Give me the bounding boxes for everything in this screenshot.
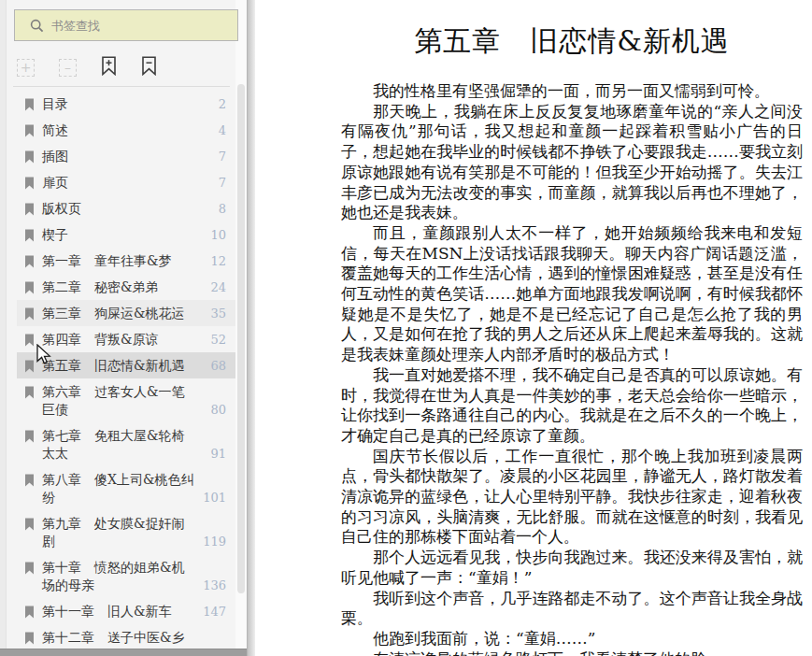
toc-item-page: 7	[194, 175, 226, 192]
toc-item[interactable]: 第二章 秘密&弟弟24	[17, 274, 235, 300]
toc-item[interactable]: 第五章 旧恋情&新机遇68	[17, 352, 235, 378]
toc-item-page: 101	[194, 490, 226, 506]
toc-item[interactable]: 楔子10	[17, 221, 235, 248]
paragraph: 我的性格里有坚强倔犟的一面，而另一面又懦弱到可怜。	[341, 81, 803, 102]
sidebar-horizontal-scrollbar[interactable]	[0, 649, 247, 656]
bookmark-icon	[24, 360, 35, 373]
toc-item[interactable]: 第八章 傻X上司&桃色纠纷101	[17, 466, 235, 510]
toc-item[interactable]: 第三章 狗屎运&桃花运35	[17, 300, 235, 326]
remove-bookmark-icon	[141, 56, 157, 78]
bookmark-icon	[24, 606, 35, 619]
add-bookmark-button[interactable]	[101, 56, 117, 78]
bookmark-icon	[24, 98, 35, 111]
expand-all-button[interactable]: +	[17, 59, 35, 77]
toc-item[interactable]: 第一章 童年往事&梦12	[17, 248, 235, 274]
toc-list: 目录2简述4插图7扉页7版权页8楔子10第一章 童年往事&梦12第二章 秘密&弟…	[17, 91, 235, 647]
toc-item[interactable]: 第四章 背叛&原谅52	[17, 326, 235, 352]
search-icon	[30, 19, 44, 33]
toc-item[interactable]: 插图7	[17, 143, 235, 169]
toc-item-label: 插图	[42, 148, 194, 165]
remove-bookmark-button[interactable]	[141, 56, 157, 78]
bookmark-icon	[24, 386, 35, 399]
bookmark-search[interactable]	[14, 9, 238, 41]
toc-item-label: 第十一章 旧人&新车	[42, 603, 194, 620]
toc-item[interactable]: 第十一章 旧人&新车147	[17, 598, 235, 624]
toc-item-page: 2	[194, 96, 226, 113]
bookmark-icon	[24, 177, 35, 190]
bookmark-icon	[24, 474, 35, 487]
paragraph: 而且，童颜跟别人太不一样了，她开始频频给我来电和发短信，每天在MSN上没话找话跟…	[341, 223, 803, 365]
toc-item-page: 52	[194, 332, 226, 349]
chapter-title: 第五章 旧恋情&新机遇	[341, 22, 803, 61]
toc-item-page: 12	[194, 253, 226, 270]
toc-item-page: 91	[194, 446, 226, 463]
bookmark-icon	[24, 334, 35, 347]
toc-item[interactable]: 第十二章 送子中医&乡亲保姆160	[17, 624, 235, 647]
toc-item-label: 版权页	[42, 200, 194, 218]
reading-pane[interactable]: 第五章 旧恋情&新机遇 我的性格里有坚强倔犟的一面，而另一面又懦弱到可怜。那天晚…	[255, 0, 812, 656]
bookmarks-panel: + –	[0, 0, 235, 656]
paragraph: 国庆节长假以后，工作一直很忙，那个晚上我加班到凌晨两点，骨头都快散架了。凌晨的小…	[341, 447, 803, 549]
paragraph: 他跑到我面前，说：“童娟……”	[341, 629, 803, 649]
toc-item-label: 第十二章 送子中医&乡亲保姆	[42, 629, 194, 647]
toolbar-divider	[13, 86, 230, 87]
toc-item-label: 第七章 免租大屋&轮椅太太	[42, 427, 194, 463]
toc-item-label: 第三章 狗屎运&桃花运	[42, 305, 194, 322]
bookmark-icon	[24, 255, 35, 268]
sidebar-scrollbar-track[interactable]	[235, 0, 247, 649]
toc-item-page: 35	[194, 306, 226, 322]
toc-item-label: 简述	[42, 121, 194, 139]
toc-item-label: 楔子	[42, 226, 194, 244]
bookmark-icon	[24, 124, 35, 137]
toc-item-label: 第二章 秘密&弟弟	[42, 278, 194, 296]
toc-item-page: 68	[194, 358, 226, 375]
add-bookmark-icon	[101, 56, 117, 78]
ebook-reader-window: + –	[0, 0, 812, 656]
paragraph: 在清凉诡异的蓝绿色路灯下，我看清楚了他的脸。	[341, 649, 803, 656]
bookmark-icon	[24, 203, 35, 216]
toc-item[interactable]: 版权页8	[17, 195, 235, 221]
toc-item-page: 147	[194, 604, 226, 620]
paragraph: 我一直对她爱搭不理，我不确定自己是否真的可以原谅她。有时，我觉得在世为人真是一件…	[341, 365, 803, 447]
toc-item[interactable]: 第七章 免租大屋&轮椅太太91	[17, 422, 235, 466]
chapter-body: 我的性格里有坚强倔犟的一面，而另一面又懦弱到可怜。那天晚上，我躺在床上反反复复地…	[341, 81, 803, 656]
bookmark-icon	[24, 150, 35, 164]
search-input[interactable]	[51, 19, 230, 33]
toc-item-page: 8	[194, 201, 226, 218]
toc-item[interactable]: 第十章 愤怒的姐弟&机场的母亲136	[17, 554, 235, 598]
toc-item-page: 80	[194, 402, 226, 419]
bookmark-icon	[24, 307, 35, 321]
expand-all-icon: +	[17, 59, 35, 77]
bookmark-icon	[24, 430, 35, 443]
toc-item[interactable]: 目录2	[17, 91, 235, 117]
toc-item-label: 第一章 童年往事&梦	[42, 252, 194, 270]
bookmark-icon	[24, 281, 35, 294]
toc-item-label: 第五章 旧恋情&新机遇	[42, 357, 194, 375]
bookmark-icon	[24, 562, 35, 575]
toc-item-page: 10	[194, 227, 226, 244]
toc-item[interactable]: 第六章 过客女人&一笔巨债80	[17, 378, 235, 422]
toc-item-label: 第八章 傻X上司&桃色纠纷	[42, 471, 194, 506]
bookmark-icon	[24, 229, 35, 242]
paragraph: 那个人远远看见我，快步向我跑过来。我还没来得及害怕，就听见他喊了一声：“童娟！”	[341, 548, 803, 588]
toc-item-label: 目录	[42, 95, 194, 113]
paragraph: 那天晚上，我躺在床上反反复复地琢磨童年说的“亲人之间没有隔夜仇”那句话，我又想起…	[341, 102, 803, 223]
toc-item-page: 119	[194, 534, 226, 550]
sidebar-scrollbar-thumb[interactable]	[237, 84, 245, 593]
bookmark-icon	[24, 632, 35, 645]
toc-item-label: 第十章 愤怒的姐弟&机场的母亲	[42, 559, 194, 594]
toc-item-page: 7	[194, 149, 226, 165]
toc-item-page: 136	[194, 578, 226, 594]
toc-item-label: 第九章 处女膜&捉奸闹剧	[42, 515, 194, 550]
collapse-all-button[interactable]: –	[59, 59, 77, 77]
toc-item[interactable]: 扉页7	[17, 169, 235, 195]
toc-item[interactable]: 第九章 处女膜&捉奸闹剧119	[17, 510, 235, 554]
bookmark-toolbar: + –	[17, 54, 157, 80]
collapse-all-icon: –	[59, 59, 77, 77]
toc-item-page: 4	[194, 122, 226, 139]
paragraph: 我听到这个声音，几乎连路都走不动了。这个声音让我全身战栗。	[341, 589, 803, 629]
panel-edge	[0, 0, 7, 656]
bookmark-icon	[24, 518, 35, 531]
panel-splitter[interactable]	[247, 0, 255, 656]
toc-item[interactable]: 简述4	[17, 117, 235, 143]
